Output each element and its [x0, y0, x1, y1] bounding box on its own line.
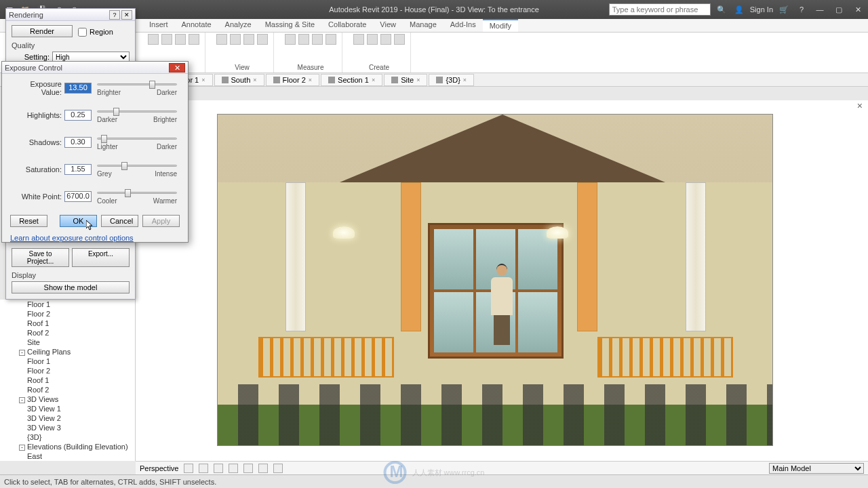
view-tab-floor-2[interactable]: Floor 2× [266, 74, 320, 86]
close-tab-icon[interactable]: × [372, 77, 375, 83]
view-tab-south[interactable]: South× [214, 74, 264, 86]
ribbon-tool-icon[interactable] [298, 34, 309, 45]
tree-toggle-icon[interactable]: - [19, 445, 25, 451]
ribbon-tab-view[interactable]: View [373, 19, 403, 32]
ribbon-tool-icon[interactable] [353, 34, 364, 45]
ribbon-tool-icon[interactable] [257, 34, 268, 45]
exposure-slider[interactable]: CoolerWarmer [94, 188, 180, 205]
view-canvas[interactable]: × [136, 100, 868, 461]
exposure-control-dialog[interactable]: Exposure Control ✕ Exposure Value:13.50B… [1, 61, 189, 243]
ribbon-tab-massing-site[interactable]: Massing & Site [258, 19, 321, 32]
export-button[interactable]: Export... [72, 248, 130, 267]
search-input[interactable] [609, 3, 711, 16]
close-icon[interactable]: ✕ [121, 10, 132, 20]
tree-toggle-icon[interactable]: - [19, 350, 25, 356]
slider-thumb[interactable] [149, 81, 155, 89]
help-icon[interactable]: ? [795, 3, 808, 16]
close-tab-icon[interactable]: × [416, 77, 420, 83]
exposure-value-input[interactable]: 13.50 [64, 83, 92, 94]
ribbon-tool-icon[interactable] [312, 34, 323, 45]
ribbon-tool-icon[interactable] [175, 34, 186, 45]
sign-in-link[interactable]: Sign In [750, 5, 773, 14]
close-tab-icon[interactable]: × [253, 77, 256, 83]
exposure-value-input[interactable]: 1.55 [64, 164, 92, 175]
exposure-titlebar[interactable]: Exposure Control ✕ [2, 62, 188, 74]
reset-button[interactable]: Reset [10, 215, 47, 227]
reveal-icon[interactable] [273, 464, 283, 473]
exposure-value-input[interactable]: 0.30 [64, 137, 92, 148]
close-icon[interactable]: ✕ [850, 3, 865, 16]
tree-item[interactable]: Site [0, 338, 135, 347]
exposure-value-input[interactable]: 0.25 [64, 110, 92, 121]
apply-button[interactable]: Apply [142, 215, 180, 227]
tree-item[interactable]: -Elevations (Building Elevation) [0, 442, 135, 451]
region-checkbox[interactable]: Region [78, 28, 113, 37]
tree-item[interactable]: -Ceiling Plans [0, 347, 135, 357]
ribbon-tool-icon[interactable] [189, 34, 199, 45]
tree-item[interactable]: -3D Views [0, 394, 135, 404]
ribbon-tool-icon[interactable] [161, 34, 172, 45]
show-model-button[interactable]: Show the model [12, 281, 130, 293]
minimize-icon[interactable]: — [812, 3, 827, 16]
tree-item[interactable]: Roof 1 [0, 375, 135, 385]
tree-item[interactable]: {3D} [0, 432, 135, 442]
exposure-slider[interactable]: DarkerBrighter [94, 106, 180, 124]
view-tab--3d-[interactable]: {3D}× [429, 74, 474, 86]
user-icon[interactable]: 👤 [732, 3, 746, 16]
tree-item[interactable]: Floor 1 [0, 357, 135, 366]
slider-thumb[interactable] [121, 162, 127, 170]
workset-select[interactable]: Main Model [769, 463, 864, 474]
view-tab-section-1[interactable]: Section 1× [321, 74, 382, 86]
ribbon-tab-annotate[interactable]: Annotate [175, 19, 218, 32]
search-icon[interactable]: 🔍 [715, 3, 728, 16]
ribbon-tab-add-ins[interactable]: Add-Ins [443, 19, 483, 32]
learn-link[interactable]: Learn about exposure control options [10, 234, 180, 242]
crop-icon[interactable] [243, 464, 253, 473]
tree-item[interactable]: 3D View 2 [0, 413, 135, 423]
close-tab-icon[interactable]: × [463, 77, 467, 83]
help-icon[interactable]: ? [109, 10, 120, 20]
view-tab-site[interactable]: Site× [384, 74, 427, 86]
ribbon-tool-icon[interactable] [148, 34, 159, 45]
save-to-project-button[interactable]: Save to Project... [12, 248, 69, 267]
ok-button[interactable]: OK [60, 215, 97, 227]
ribbon-tool-icon[interactable] [367, 34, 378, 45]
tree-item[interactable]: Floor 2 [0, 309, 135, 319]
project-browser[interactable]: Floor 1Floor 2Roof 1Roof 2Site-Ceiling P… [0, 300, 136, 461]
exposure-slider[interactable]: LighterDarker [94, 134, 180, 151]
shadows-icon[interactable] [214, 464, 223, 473]
slider-thumb[interactable] [113, 108, 119, 116]
maximize-icon[interactable]: ▢ [831, 3, 846, 16]
exposure-value-input[interactable]: 6700.0 [64, 191, 92, 202]
ribbon-tool-icon[interactable] [380, 34, 391, 45]
close-tab-icon[interactable]: × [309, 77, 312, 83]
ribbon-tab-modify[interactable]: Modify [483, 19, 518, 32]
cancel-button[interactable]: Cancel [101, 215, 138, 227]
sun-path-icon[interactable] [199, 464, 208, 473]
tree-item[interactable]: East [0, 451, 135, 461]
tree-item[interactable]: Roof 2 [0, 328, 135, 338]
slider-thumb[interactable] [125, 189, 131, 197]
ribbon-tab-analyze[interactable]: Analyze [218, 19, 258, 32]
hide-icon[interactable] [258, 464, 268, 473]
exposure-slider[interactable]: BrighterDarker [94, 79, 180, 97]
region-checkbox-input[interactable] [78, 28, 87, 37]
visual-style-icon[interactable] [184, 464, 193, 473]
ribbon-tool-icon[interactable] [326, 34, 336, 45]
ribbon-tool-icon[interactable] [243, 34, 254, 45]
ribbon-tab-insert[interactable]: Insert [142, 19, 175, 32]
tree-item[interactable]: Floor 1 [0, 300, 135, 309]
tree-item[interactable]: Roof 2 [0, 385, 135, 394]
tree-item[interactable]: Floor 2 [0, 366, 135, 375]
slider-thumb[interactable] [101, 135, 107, 143]
tree-item[interactable]: Roof 1 [0, 319, 135, 328]
exposure-slider[interactable]: GreyIntense [94, 161, 180, 178]
close-tab-icon[interactable]: × [201, 77, 205, 83]
tree-item[interactable]: 3D View 3 [0, 423, 135, 432]
ribbon-tool-icon[interactable] [394, 34, 405, 45]
ribbon-tool-icon[interactable] [285, 34, 296, 45]
tree-toggle-icon[interactable]: - [19, 397, 25, 403]
canvas-close-icon[interactable]: × [857, 100, 863, 111]
tree-item[interactable]: 3D View 1 [0, 404, 135, 413]
cart-icon[interactable]: 🛒 [777, 3, 791, 16]
